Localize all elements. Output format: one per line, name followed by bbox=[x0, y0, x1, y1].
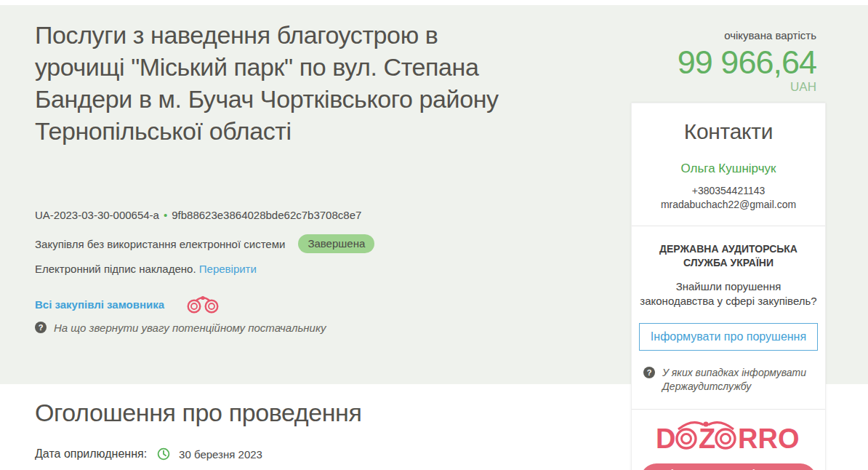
publication-date-value: 30 березня 2023 bbox=[179, 448, 262, 461]
publication-date-label: Дата оприлюднення: bbox=[35, 447, 147, 461]
dozorro-logo-letter-z: Z bbox=[699, 423, 715, 454]
expected-value-block: очікувана вартість 99 966,64 UAH bbox=[678, 29, 816, 94]
dozorro-logo[interactable]: D Z RRO bbox=[632, 418, 825, 454]
audit-service-name: ДЕРЖАВНА АУДИТОРСЬКА СЛУЖБА УКРАЇНИ bbox=[645, 242, 812, 270]
clock-icon bbox=[157, 447, 170, 461]
verify-signature-link[interactable]: Перевірити bbox=[199, 263, 257, 275]
signature-status: Електронний підпис накладено. bbox=[35, 263, 196, 275]
audit-hint-row: ? У яких випадках інформувати Держаудитс… bbox=[643, 366, 815, 394]
status-badge: Завершена bbox=[298, 234, 374, 253]
procedure-row: Закупівля без використання електронної с… bbox=[35, 234, 374, 253]
supplier-hint-row: ? На що звернути увагу потенційному пост… bbox=[35, 321, 326, 335]
expected-value-label: очікувана вартість bbox=[678, 29, 816, 41]
contact-name-link[interactable]: Ольга Кушнірчук bbox=[632, 162, 825, 176]
signature-row: Електронний підпис накладено. Перевірити bbox=[35, 263, 257, 275]
sidebar-card: Контакти Ольга Кушнірчук +380354421143 m… bbox=[631, 103, 826, 470]
procedure-type: Закупівля без використання електронної с… bbox=[35, 238, 285, 250]
announcement-heading: Оголошення про проведення bbox=[35, 399, 361, 427]
dozorro-logo-letters-rro: RRO bbox=[738, 423, 799, 454]
tender-id-row: UA-2023-03-30-000654-a•9fb88623e3864028b… bbox=[35, 209, 361, 221]
publication-date-row: Дата оприлюднення: 30 березня 2023 bbox=[35, 447, 262, 461]
question-circle-icon: ? bbox=[643, 367, 655, 378]
question-circle-icon: ? bbox=[35, 322, 47, 333]
all-purchases-link[interactable]: Всі закупівлі замовника bbox=[35, 298, 164, 311]
report-violation-button[interactable]: Інформувати про порушення bbox=[639, 323, 818, 351]
contact-phone: +380354421143 bbox=[632, 185, 825, 196]
page-title: Послуги з наведення благоустрою в урочищ… bbox=[35, 19, 504, 147]
tender-hash: 9fb88623e3864028bde62c7b3708c8e7 bbox=[172, 209, 361, 221]
expected-value-currency: UAH bbox=[678, 81, 816, 94]
card-divider bbox=[632, 409, 825, 410]
contacts-heading: Контакти bbox=[632, 119, 825, 144]
card-divider bbox=[632, 226, 825, 226]
audit-question: Знайшли порушення законодавства у сфері … bbox=[638, 279, 819, 308]
dozorro-logo-letter-d: D bbox=[656, 423, 675, 454]
all-purchases-row: Всі закупівлі замовника bbox=[35, 294, 220, 314]
tender-id: UA-2023-03-30-000654-a bbox=[35, 209, 159, 221]
expected-value-amount: 99 966,64 bbox=[678, 44, 816, 81]
binoculars-icon[interactable] bbox=[186, 294, 220, 314]
dozorro-feedback-button[interactable]: Відгук про закупівлю на Дозорро bbox=[640, 463, 816, 470]
contact-email: mradabuchach22@gmail.com bbox=[632, 199, 825, 210]
tender-page: Послуги з наведення благоустрою в урочищ… bbox=[0, 0, 868, 470]
audit-hint-text: У яких випадках інформувати Держаудитслу… bbox=[662, 366, 815, 394]
supplier-hint-text: На що звернути увагу потенційному постач… bbox=[54, 321, 326, 335]
separator-dot-icon: • bbox=[164, 209, 167, 221]
